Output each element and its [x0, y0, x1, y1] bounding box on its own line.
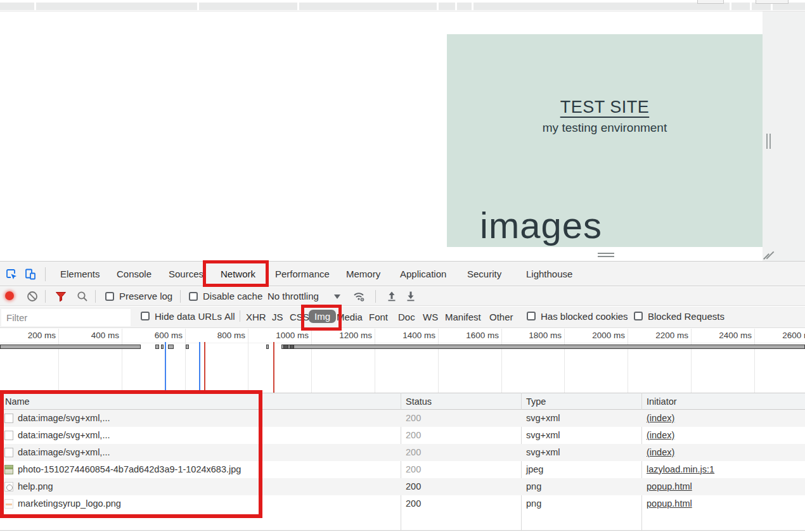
- toolbar-divider: [375, 290, 376, 303]
- overview-request-chip: [290, 345, 294, 349]
- tab-sources[interactable]: Sources: [169, 262, 203, 286]
- preserve-log-label: Preserve log: [119, 291, 172, 301]
- timeline-tick-label: 2600 ms: [782, 331, 805, 340]
- filter-type-other[interactable]: Other: [489, 312, 513, 322]
- timeline-tick-label: 2000 ms: [592, 331, 625, 340]
- load-event-line: [204, 342, 205, 393]
- timeline-tick-label: 1600 ms: [466, 331, 499, 340]
- filter-divider: [240, 310, 240, 322]
- browser-tab-fragment[interactable]: [731, 3, 750, 10]
- throttling-select[interactable]: No throttling: [267, 291, 319, 301]
- timeline-gridline: [754, 329, 755, 393]
- filter-type-js[interactable]: JS: [272, 312, 283, 322]
- network-conditions-icon[interactable]: [352, 290, 365, 303]
- browser-tab-fragment[interactable]: [199, 3, 297, 10]
- screen: TEST SITE my testing environment images …: [0, 0, 805, 532]
- clear-network-log-icon[interactable]: [26, 290, 39, 303]
- network-overview-timeline[interactable]: 200 ms400 ms600 ms800 ms1000 ms1200 ms14…: [0, 329, 805, 393]
- dom-content-loaded-line: [199, 342, 200, 393]
- filter-type-xhr[interactable]: XHR: [246, 312, 266, 322]
- annotation-box-network-tab: [203, 260, 269, 287]
- request-status: 200: [406, 444, 421, 461]
- request-type: svg+xml: [526, 427, 560, 444]
- request-initiator-link[interactable]: (index): [647, 427, 674, 444]
- request-status: 200: [406, 495, 421, 512]
- network-toolbar: Preserve log Disable cache No throttling: [0, 287, 805, 306]
- has-blocked-cookies-checkbox[interactable]: [527, 312, 536, 320]
- tab-elements[interactable]: Elements: [60, 262, 100, 286]
- panel-resize-handle-vertical[interactable]: [766, 134, 771, 149]
- browser-tab-fragment[interactable]: [299, 3, 437, 10]
- timeline-tick-label: 200 ms: [28, 331, 56, 340]
- timeline-gridline: [122, 329, 122, 393]
- request-status: 200: [406, 478, 421, 495]
- hide-data-urls-checkbox[interactable]: [141, 312, 150, 320]
- hide-data-urls-label: Hide data URLs: [155, 311, 222, 322]
- timeline-gridline: [248, 329, 248, 393]
- timeline-tick-label: 600 ms: [155, 331, 183, 340]
- request-type: svg+xml: [526, 444, 560, 461]
- filter-type-font[interactable]: Font: [369, 312, 388, 322]
- filter-type-manifest[interactable]: Manifest: [445, 312, 481, 322]
- request-initiator-link[interactable]: (index): [647, 444, 674, 461]
- tab-performance[interactable]: Performance: [275, 262, 330, 286]
- strip-divider: [0, 11, 805, 11]
- blocked-requests-checkbox[interactable]: [634, 312, 643, 320]
- overview-request-bar: [155, 345, 159, 349]
- window-control-fragment: [697, 0, 724, 4]
- devtools-tab-bar: ElementsConsoleSourcesNetworkPerformance…: [0, 261, 805, 286]
- column-header-status[interactable]: Status: [406, 393, 432, 410]
- overview-request-bar: [266, 345, 269, 349]
- request-type: png: [526, 495, 541, 512]
- filter-type-doc[interactable]: Doc: [398, 312, 415, 322]
- overview-request-bar: [0, 345, 141, 349]
- tab-memory[interactable]: Memory: [346, 262, 380, 286]
- tab-security[interactable]: Security: [467, 262, 501, 286]
- throttling-dropdown-arrow-icon[interactable]: [334, 294, 340, 299]
- overview-request-bar: [281, 345, 805, 349]
- tab-application[interactable]: Application: [400, 262, 446, 286]
- tab-lighthouse[interactable]: Lighthouse: [526, 262, 572, 286]
- device-toolbar-icon[interactable]: [24, 268, 37, 281]
- browser-tab-fragment[interactable]: [457, 3, 472, 10]
- filter-all-button[interactable]: All: [224, 311, 235, 322]
- filter-funnel-icon[interactable]: [55, 290, 67, 303]
- browser-tab-fragment[interactable]: [0, 3, 34, 10]
- timeline-gridline: [185, 329, 186, 393]
- request-initiator-link[interactable]: popup.html: [647, 495, 692, 512]
- timeline-tick-label: 1400 ms: [402, 331, 435, 340]
- column-header-type[interactable]: Type: [526, 393, 546, 410]
- site-subtitle: my testing environment: [447, 121, 763, 135]
- toolbar-divider: [95, 290, 96, 303]
- browser-tab-fragment[interactable]: [36, 3, 197, 10]
- table-bottom-divider: [0, 530, 805, 531]
- inspect-element-icon[interactable]: [5, 268, 18, 281]
- record-network-log-button[interactable]: [5, 291, 14, 300]
- request-initiator-link[interactable]: lazyload.min.js:1: [647, 461, 714, 478]
- timeline-tick-label: 1000 ms: [276, 331, 309, 340]
- request-status: 200: [406, 427, 421, 444]
- timeline-tick-label: 1200 ms: [339, 331, 372, 340]
- browser-tab-fragment[interactable]: [473, 3, 730, 10]
- tick-separator: [0, 343, 805, 343]
- site-title-link[interactable]: TEST SITE: [447, 98, 763, 117]
- preserve-log-checkbox[interactable]: [105, 292, 114, 301]
- request-initiator-link[interactable]: (index): [647, 410, 674, 427]
- filter-input[interactable]: [1, 309, 131, 326]
- images-heading: images: [480, 204, 602, 246]
- export-har-icon[interactable]: [404, 290, 417, 303]
- tab-console[interactable]: Console: [117, 262, 151, 286]
- timeline-gridline: [58, 329, 59, 393]
- search-icon[interactable]: [76, 290, 89, 303]
- panel-resize-handle-horizontal[interactable]: [598, 253, 614, 257]
- import-har-icon[interactable]: [385, 290, 398, 303]
- disable-cache-checkbox[interactable]: [189, 292, 198, 301]
- filter-type-ws[interactable]: WS: [423, 312, 438, 322]
- request-initiator-link[interactable]: popup.html: [647, 478, 692, 495]
- timeline-tick-label: 400 ms: [91, 331, 119, 340]
- toolbar-divider: [180, 290, 181, 303]
- request-status: 200: [406, 461, 421, 478]
- column-header-initiator[interactable]: Initiator: [647, 393, 677, 410]
- browser-tab-fragment[interactable]: [439, 3, 455, 10]
- panel-resize-handle-corner[interactable]: [763, 250, 775, 261]
